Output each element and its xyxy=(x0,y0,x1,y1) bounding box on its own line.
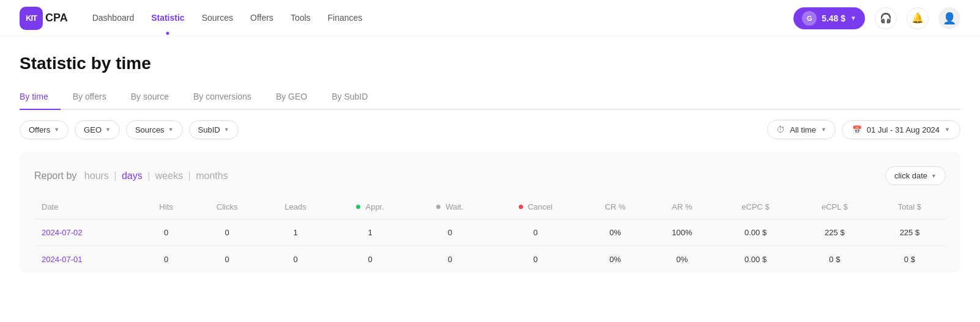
user-avatar-button[interactable]: 👤 xyxy=(938,7,960,29)
headset-button[interactable]: 🎧 xyxy=(875,7,897,29)
cell-cancel-2: 0 xyxy=(489,246,582,273)
click-date-label: click date xyxy=(894,171,927,180)
cell-total-2: 0 $ xyxy=(874,246,946,273)
cell-appr-2: 0 xyxy=(330,246,410,273)
col-date: Date xyxy=(34,197,139,219)
balance-icon: G xyxy=(802,11,817,26)
col-ecpc: eCPC $ xyxy=(715,197,796,219)
cell-wait-2: 0 xyxy=(410,246,489,273)
cell-appr-1: 1 xyxy=(330,219,410,246)
cell-wait-1: 0 xyxy=(410,219,489,246)
tab-by-offers[interactable]: By offers xyxy=(61,86,119,110)
filter-bar: Offers ▼ GEO ▼ Sources ▼ SubID ▼ ⏱ All t… xyxy=(20,110,960,149)
cell-leads-1: 1 xyxy=(261,219,330,246)
geo-filter[interactable]: GEO ▼ xyxy=(75,120,120,139)
report-months[interactable]: months xyxy=(196,170,228,181)
appr-dot-icon xyxy=(356,205,360,209)
logo-badge: KIT xyxy=(20,7,43,30)
report-header: Report by hours | days | weeks | months … xyxy=(34,166,946,185)
report-hours[interactable]: hours xyxy=(84,170,109,181)
table-card: Report by hours | days | weeks | months … xyxy=(20,152,960,273)
main-content: Statistic by time By time By offers By s… xyxy=(0,37,980,273)
time-filter-label: All time xyxy=(790,125,816,134)
cell-ar-2: 0% xyxy=(649,246,716,273)
col-leads: Leads xyxy=(261,197,330,219)
col-wait: Wait. xyxy=(410,197,489,219)
nav-dashboard[interactable]: Dashboard xyxy=(92,13,135,24)
balance-chevron-icon: ▼ xyxy=(850,15,856,21)
col-cancel: Cancel xyxy=(489,197,582,219)
bell-icon: 🔔 xyxy=(911,12,924,24)
table-row: 2024-07-02 0 0 1 1 0 0 0% 100% 0.00 $ 22… xyxy=(34,219,946,246)
col-ar: AR % xyxy=(649,197,716,219)
page-title: Statistic by time xyxy=(20,54,960,73)
nav-sources[interactable]: Sources xyxy=(202,13,233,24)
cell-cancel-1: 0 xyxy=(489,219,582,246)
tab-by-subid[interactable]: By SubID xyxy=(319,86,380,110)
header-right: G 5.48 $ ▼ 🎧 🔔 👤 xyxy=(793,7,960,29)
geo-filter-label: GEO xyxy=(84,125,102,134)
sources-chevron-icon: ▼ xyxy=(168,126,174,133)
filter-right: ⏱ All time ▼ 📅 01 Jul - 31 Aug 2024 ▼ xyxy=(767,120,960,139)
cell-date-2[interactable]: 2024-07-01 xyxy=(34,246,139,273)
cell-total-1: 225 $ xyxy=(874,219,946,246)
balance-amount: 5.48 $ xyxy=(822,13,845,23)
click-date-button[interactable]: click date ▼ xyxy=(885,166,946,185)
main-nav: Dashboard Statistic Sources Offers Tools… xyxy=(92,13,793,24)
cell-ecpc-2: 0.00 $ xyxy=(715,246,796,273)
date-range-label: 01 Jul - 31 Aug 2024 xyxy=(867,125,940,134)
geo-chevron-icon: ▼ xyxy=(105,126,111,133)
col-appr: Appr. xyxy=(330,197,410,219)
balance-button[interactable]: G 5.48 $ ▼ xyxy=(793,7,865,29)
data-table: Date Hits Clicks Leads Appr. Wait. xyxy=(34,197,946,273)
cell-leads-2: 0 xyxy=(261,246,330,273)
tab-by-source[interactable]: By source xyxy=(119,86,181,110)
cell-hits-1: 0 xyxy=(139,219,193,246)
logo: KIT CPA xyxy=(20,7,68,30)
subid-filter-label: SubID xyxy=(198,125,220,134)
cell-ecpc-1: 0.00 $ xyxy=(715,219,796,246)
tab-by-conversions[interactable]: By conversions xyxy=(181,86,264,110)
offers-filter-label: Offers xyxy=(29,125,50,134)
all-time-filter[interactable]: ⏱ All time ▼ xyxy=(767,120,836,139)
date-chevron-icon: ▼ xyxy=(945,126,950,133)
col-ecpl: eCPL $ xyxy=(796,197,874,219)
cell-ecpl-2: 0 $ xyxy=(796,246,874,273)
report-days[interactable]: days xyxy=(122,170,143,181)
subid-filter[interactable]: SubID ▼ xyxy=(189,120,239,139)
headset-icon: 🎧 xyxy=(880,12,892,24)
cell-ar-1: 100% xyxy=(649,219,716,246)
sources-filter-label: Sources xyxy=(135,125,165,134)
nav-finances[interactable]: Finances xyxy=(328,13,363,24)
cell-clicks-1: 0 xyxy=(193,219,261,246)
col-cr: CR % xyxy=(582,197,649,219)
report-weeks[interactable]: weeks xyxy=(155,170,183,181)
table-row: 2024-07-01 0 0 0 0 0 0 0% 0% 0.00 $ 0 $ … xyxy=(34,246,946,273)
offers-filter[interactable]: Offers ▼ xyxy=(20,120,69,139)
click-date-chevron-icon: ▼ xyxy=(931,173,937,179)
notification-button[interactable]: 🔔 xyxy=(907,7,929,29)
table-header-row: Date Hits Clicks Leads Appr. Wait. xyxy=(34,197,946,219)
report-by-label: Report by hours | days | weeks | months xyxy=(34,170,228,181)
col-hits: Hits xyxy=(139,197,193,219)
nav-offers[interactable]: Offers xyxy=(250,13,273,24)
nav-statistic[interactable]: Statistic xyxy=(151,13,184,24)
date-range-filter[interactable]: 📅 01 Jul - 31 Aug 2024 ▼ xyxy=(842,120,960,139)
report-by-text: Report by xyxy=(34,170,76,181)
tab-by-time[interactable]: By time xyxy=(20,86,61,110)
cell-date-1[interactable]: 2024-07-02 xyxy=(34,219,139,246)
header: KIT CPA Dashboard Statistic Sources Offe… xyxy=(0,0,980,37)
nav-tools[interactable]: Tools xyxy=(291,13,311,24)
col-total: Total $ xyxy=(874,197,946,219)
subid-chevron-icon: ▼ xyxy=(224,126,229,133)
time-chevron-icon: ▼ xyxy=(821,126,826,133)
cell-ecpl-1: 225 $ xyxy=(796,219,874,246)
col-clicks: Clicks xyxy=(193,197,261,219)
cell-hits-2: 0 xyxy=(139,246,193,273)
tab-by-geo[interactable]: By GEO xyxy=(264,86,319,110)
logo-cpa: CPA xyxy=(45,12,68,24)
cancel-dot-icon xyxy=(519,205,523,209)
cell-cr-2: 0% xyxy=(582,246,649,273)
calendar-icon: 📅 xyxy=(852,125,862,134)
sources-filter[interactable]: Sources ▼ xyxy=(126,120,183,139)
